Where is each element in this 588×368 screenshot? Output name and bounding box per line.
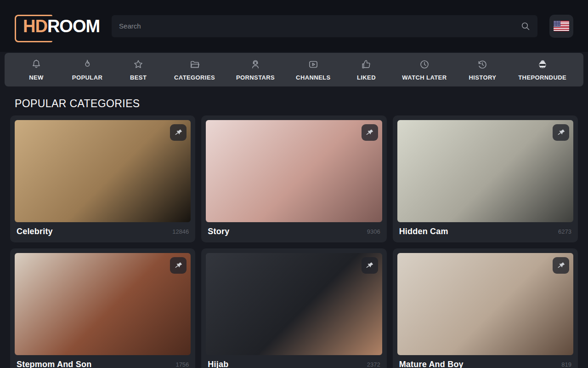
card-footer: Story 9306 [206,222,382,242]
header: HDROOM [0,0,588,52]
pin-button[interactable] [553,257,569,274]
card-footer: Mature And Boy 819 [397,355,573,368]
nav-item-watch-later[interactable]: WATCH LATER [402,58,447,81]
category-card-hijab[interactable]: Hijab 2372 [201,248,386,368]
category-title: Story [208,227,229,236]
history-clock-icon [476,58,488,70]
nav-label: PORNSTARS [236,74,275,81]
nav-item-history[interactable]: HISTORY [468,58,497,81]
category-title: Hijab [208,360,228,368]
search-icon[interactable] [520,21,531,32]
category-thumbnail[interactable] [15,120,191,222]
category-thumbnail[interactable] [206,253,382,355]
category-card-mature-and-boy[interactable]: Mature And Boy 819 [393,248,578,368]
category-count: 2372 [367,361,380,368]
folder-icon [189,58,201,70]
person-icon [249,58,261,70]
pin-button[interactable] [170,124,187,141]
pushpin-icon [365,127,374,137]
category-count: 819 [561,361,571,368]
nav-item-categories[interactable]: CATEGORIES [174,58,215,81]
category-thumbnail[interactable] [397,253,573,355]
category-grid: Celebrity 12846 Story 9306 Hidde [10,115,578,368]
category-count: 12846 [172,228,189,235]
category-title: Celebrity [17,227,53,236]
clock-icon [418,58,430,70]
nav-label: CATEGORIES [174,74,215,81]
nav-item-theporndude[interactable]: THEPORNDUDE [518,58,566,81]
nav-item-liked[interactable]: LIKED [351,58,381,81]
nav-label: NEW [29,74,44,81]
flame-icon [81,58,93,70]
nav-label: HISTORY [469,74,496,81]
nav-label: BEST [130,74,147,81]
star-icon [132,58,144,70]
category-card-hidden-cam[interactable]: Hidden Cam 6273 [393,115,578,242]
nav-item-new[interactable]: NEW [22,58,51,81]
nav-label: WATCH LATER [402,74,447,81]
language-button[interactable] [549,15,573,38]
card-footer: Hidden Cam 6273 [397,222,573,242]
category-thumbnail[interactable] [397,120,573,222]
pin-button[interactable] [553,124,569,141]
thumbs-up-icon [360,58,372,70]
card-footer: Hijab 2372 [206,355,382,368]
play-square-icon [307,58,319,70]
pushpin-icon [556,127,565,137]
pin-button[interactable] [362,124,378,141]
pushpin-icon [174,260,183,270]
nav-label: LIKED [357,74,376,81]
nav-label: POPULAR [72,74,102,81]
logo-room: ROOM [47,17,100,36]
nav-label: CHANNELS [296,74,330,81]
category-card-story[interactable]: Story 9306 [201,115,386,242]
pushpin-icon [365,260,374,270]
main-content: POPULAR CATEGORIES Celebrity 12846 Story [0,98,588,368]
category-card-stepmom-and-son[interactable]: Stepmom And Son 1756 [10,248,195,368]
page-title: POPULAR CATEGORIES [10,98,578,110]
site-logo[interactable]: HDROOM [15,15,100,38]
category-count: 1756 [175,361,189,368]
category-card-celebrity[interactable]: Celebrity 12846 [10,115,195,242]
pushpin-icon [174,127,183,137]
pin-button[interactable] [362,257,378,274]
theporndude-icon [537,58,548,70]
nav-item-pornstars[interactable]: PORNSTARS [236,58,275,81]
bell-icon [30,58,42,70]
main-nav: NEW POPULAR BEST CATEGORIES PORNSTARS [5,53,583,86]
nav-item-channels[interactable]: CHANNELS [296,58,330,81]
pin-button[interactable] [170,257,187,274]
category-thumbnail[interactable] [15,253,191,355]
category-title: Stepmom And Son [17,360,91,368]
search-bar [112,15,537,37]
logo-bracket-icon [15,15,52,42]
card-footer: Celebrity 12846 [15,222,191,242]
card-footer: Stepmom And Son 1756 [15,355,191,368]
nav-label: THEPORNDUDE [518,74,566,81]
nav-item-best[interactable]: BEST [124,58,153,81]
nav-item-popular[interactable]: POPULAR [72,58,102,81]
us-flag-icon [554,21,569,31]
search-input[interactable] [112,15,537,37]
pushpin-icon [556,260,565,270]
category-thumbnail[interactable] [206,120,382,222]
category-title: Hidden Cam [399,227,448,236]
category-title: Mature And Boy [399,360,464,368]
category-count: 6273 [558,228,571,235]
category-count: 9306 [367,228,380,235]
